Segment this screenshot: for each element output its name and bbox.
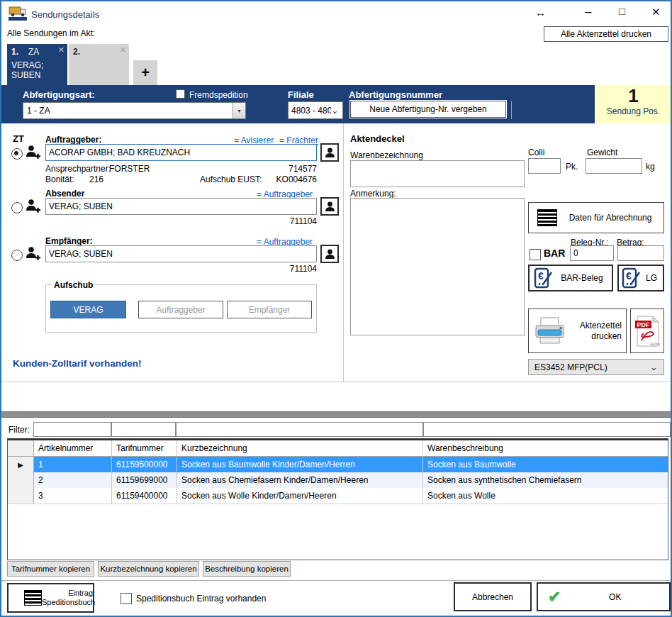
printer-value: ES3452 MFP(PCL) — [529, 362, 650, 372]
add-person-icon[interactable] — [25, 144, 41, 163]
bar-separator — [511, 101, 512, 119]
copy-tarifnummer-button[interactable]: Tarifnummer kopieren — [7, 561, 94, 577]
add-tab-button[interactable]: + — [133, 60, 157, 85]
svg-text:Adobe: Adobe — [650, 342, 660, 346]
add-person-icon[interactable] — [25, 245, 41, 265]
auftraggeber-radio[interactable] — [11, 148, 23, 160]
cancel-button[interactable]: Abbrechen — [454, 582, 532, 611]
empfaenger-label: Empfänger: — [45, 236, 93, 246]
column-header-warenbeschreibung[interactable]: Warenbeschreibung — [423, 440, 668, 456]
app-truck-icon — [9, 6, 27, 24]
aufschub-group: Aufschub VERAG Auftraggeber Empfänger — [45, 284, 317, 333]
filter-kurzbezeichnung-input[interactable] — [176, 422, 423, 437]
lg-label: LG — [640, 273, 663, 283]
filiale-label: Filiale — [288, 89, 314, 100]
copy-kurzbezeichnung-button[interactable]: Kurzbezeichnung kopieren — [98, 561, 199, 577]
column-header-tarifnummer[interactable]: Tarifnummer — [112, 440, 177, 456]
beleg-nr-input[interactable] — [570, 245, 614, 261]
warenbezeichnung-label: Warenbezeichnung — [350, 150, 423, 160]
table-header-row: Artikelnummer Tarifnummer Kurzbezeichnun… — [8, 440, 668, 457]
euro-document-icon: € — [622, 267, 640, 289]
abfertigungsart-label: Abfertigungsart: — [23, 89, 95, 100]
chevron-down-icon: ⌄ — [331, 106, 339, 115]
cell-warenbeschreibung: Socken aus synthetischen Chemiefasern — [423, 472, 668, 488]
aktendeckel-title: Aktendeckel — [350, 133, 405, 144]
column-header-kurzbezeichnung[interactable]: Kurzbezeichnung — [177, 440, 423, 456]
aktenzettel-label: Aktenzettel drucken — [567, 321, 626, 342]
copy-beschreibung-button[interactable]: Beschreibung kopieren — [203, 561, 291, 577]
ansprechpartner-value: FORSTER — [109, 164, 150, 174]
filter-tarifnummer-input[interactable] — [111, 422, 176, 437]
filiale-select[interactable]: 4803 - 480 ⌄ — [288, 101, 343, 119]
ok-button[interactable]: ✔ OK — [537, 582, 671, 611]
gewicht-unit-label: kg — [646, 162, 655, 172]
bonitaet-value: 216 — [89, 174, 103, 184]
aufschub-eust-value: KO004676 — [267, 174, 317, 184]
auftraggeber-input[interactable] — [45, 144, 317, 161]
fremdspedition-checkbox[interactable] — [176, 89, 185, 99]
empfaenger-radio[interactable] — [11, 250, 23, 261]
svg-text:PDF: PDF — [637, 321, 651, 328]
table-row-1-selected[interactable]: ▶ 1 61159500000 Socken aus Baumwolle Kin… — [8, 457, 668, 473]
new-abfertigung-nr-button[interactable]: Neue Abfertigung-Nr. vergeben — [350, 101, 506, 118]
aktenzettel-drucken-button[interactable]: Aktenzettel drucken — [528, 308, 627, 353]
row-selector-cell — [8, 472, 34, 488]
absender-input[interactable] — [45, 198, 317, 215]
absender-radio[interactable] — [11, 202, 23, 213]
table-row-3[interactable]: 3 61159400000 Socken aus Wolle Kinder/Da… — [8, 488, 668, 504]
colli-input[interactable] — [528, 158, 561, 174]
absender-lookup-button[interactable] — [320, 197, 339, 216]
table-row-2[interactable]: 2 61159699000 Socken aus Chemiefasern Ki… — [8, 472, 668, 489]
tab-code: ZA — [28, 47, 39, 57]
filter-warenbeschreibung-input[interactable] — [423, 422, 671, 437]
eintrag-speditionsbuch-button[interactable]: Eintrag Speditionsbuch — [7, 583, 94, 613]
dropdown-arrow-icon[interactable]: ▾ — [233, 103, 245, 118]
minimize-icon[interactable]: – — [585, 6, 591, 18]
aufschub-auftraggeber-button[interactable]: Auftraggeber — [138, 301, 223, 318]
svg-text:€: € — [626, 270, 632, 282]
footer-divider — [1, 580, 671, 581]
betrag-input[interactable] — [617, 245, 664, 261]
auftraggeber-lookup-button[interactable] — [320, 143, 339, 162]
bar-checkbox[interactable] — [530, 249, 541, 260]
tab-close-icon[interactable]: ✕ — [58, 45, 65, 55]
window-title: Sendungsdetails — [31, 9, 99, 20]
cell-kurzbezeichnung: Socken aus Chemiefasern Kinder/Damen/Hee… — [177, 472, 423, 488]
tab-close-icon[interactable]: ✕ — [120, 45, 126, 55]
sendung-position-badge: 1 Sendung Pos. — [595, 85, 672, 123]
position-label: Sendung Pos. — [595, 106, 672, 116]
bar-beleg-button[interactable]: € BAR-Beleg — [528, 265, 613, 291]
aufschub-empfaenger-button[interactable]: Empfänger — [227, 301, 312, 318]
tab-shipment-1[interactable]: 1. ZA ✕ VERAG; SUBEN — [7, 44, 67, 85]
colli-unit-label: Pk. — [566, 162, 578, 172]
maximize-icon[interactable]: □ — [619, 6, 625, 16]
empfaenger-lookup-button[interactable] — [320, 245, 339, 263]
colli-label: Colli — [528, 148, 544, 157]
daten-abrechnung-button[interactable]: Daten für Abrechnung — [528, 202, 664, 233]
speditionsbuch-checkbox[interactable] — [121, 593, 132, 604]
horizontal-divider — [1, 382, 671, 382]
gewicht-input[interactable] — [586, 158, 642, 174]
print-all-aktenzettel-button[interactable]: Alle Aktenzettel drucken — [544, 26, 668, 42]
anmerkung-textarea[interactable] — [350, 198, 525, 335]
tab-shipment-2[interactable]: 2. ✕ — [69, 44, 129, 85]
aufschub-verag-button[interactable]: VERAG — [50, 301, 126, 318]
abfertigungsart-select[interactable]: 1 - ZA ▾ — [23, 102, 246, 119]
empfaenger-number: 711104 — [267, 264, 317, 274]
add-person-icon[interactable] — [25, 198, 41, 217]
book-lines-icon — [24, 590, 42, 606]
filter-artikelnummer-input[interactable] — [33, 422, 111, 437]
pdf-icon: PDF Adobe — [634, 315, 660, 348]
aufschub-legend: Aufschub — [52, 280, 95, 290]
lg-button[interactable]: € LG — [617, 265, 664, 291]
printer-select[interactable]: ES3452 MFP(PCL) ⌄ — [528, 359, 664, 375]
empfaenger-input[interactable] — [45, 245, 317, 262]
gewicht-label: Gewicht — [587, 148, 617, 157]
close-icon[interactable]: ✕ — [651, 6, 661, 17]
warenbezeichnung-textarea[interactable] — [350, 160, 525, 187]
auftraggeber-label: Auftraggeber: — [45, 135, 101, 145]
pdf-button[interactable]: PDF Adobe — [630, 308, 664, 353]
restore-icon[interactable]: ↔ — [535, 7, 546, 18]
articles-table: Artikelnummer Tarifnummer Kurzbezeichnun… — [7, 438, 668, 560]
column-header-artikelnummer[interactable]: Artikelnummer — [34, 440, 112, 456]
